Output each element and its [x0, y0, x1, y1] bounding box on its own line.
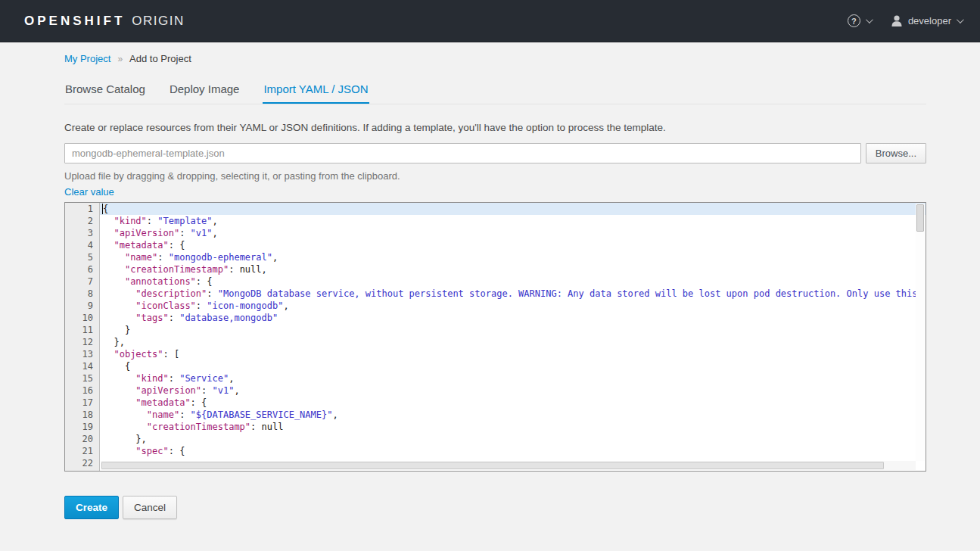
user-name: developer — [908, 15, 951, 26]
navbar-utilities: ? developer — [848, 14, 962, 27]
code-line-3[interactable]: "apiVersion": "v1", — [100, 227, 926, 239]
clear-value-link[interactable]: Clear value — [64, 186, 114, 198]
line-number: 13 — [65, 348, 99, 360]
editor-vertical-scrollbar[interactable] — [916, 204, 925, 461]
file-name-input[interactable] — [64, 143, 861, 163]
browse-button[interactable]: Browse... — [866, 143, 926, 163]
breadcrumb-separator: » — [117, 54, 123, 64]
code-line-19[interactable]: "creationTimestamp": null — [100, 421, 926, 433]
code-line-15[interactable]: "kind": "Service", — [100, 372, 926, 384]
line-number: 15 — [65, 372, 99, 384]
code-line-2[interactable]: "kind": "Template", — [100, 215, 926, 227]
horizontal-scrollbar-thumb[interactable] — [101, 462, 884, 469]
chevron-down-icon — [957, 16, 964, 23]
line-number: 2 — [65, 215, 99, 227]
line-number: 18 — [65, 409, 99, 421]
top-navbar: OPENSHIFT ORIGIN ? developer — [0, 0, 980, 42]
line-number: 9 — [65, 300, 99, 312]
line-number: 17 — [65, 397, 99, 409]
code-line-17[interactable]: "metadata": { — [100, 397, 926, 409]
code-line-14[interactable]: { — [100, 360, 926, 372]
chevron-down-icon — [866, 16, 873, 23]
line-number: 21 — [65, 445, 99, 457]
line-number: 22 — [65, 457, 99, 469]
vertical-scrollbar-thumb[interactable] — [916, 204, 924, 232]
code-line-11[interactable]: } — [100, 324, 926, 336]
line-number: 19 — [65, 421, 99, 433]
form-actions: Create Cancel — [64, 496, 926, 519]
tab-browse-catalog[interactable]: Browse Catalog — [64, 82, 146, 104]
line-number: 11 — [65, 324, 99, 336]
line-number: 14 — [65, 360, 99, 372]
line-number: 4 — [65, 239, 99, 251]
line-number: 20 — [65, 433, 99, 445]
tab-import-yaml-json[interactable]: Import YAML / JSON — [263, 82, 369, 104]
page-content: My Project » Add to Project Browse Catal… — [0, 53, 980, 519]
editor-lines: { "kind": "Template", "apiVersion": "v1"… — [100, 203, 926, 471]
breadcrumb: My Project » Add to Project — [64, 53, 926, 64]
upload-hint-text: Upload file by dragging & dropping, sele… — [64, 170, 926, 182]
openshift-logo[interactable]: OPENSHIFT ORIGIN — [24, 14, 185, 29]
code-line-7[interactable]: "annotations": { — [100, 276, 926, 288]
code-line-10[interactable]: "tags": "database,mongodb" — [100, 312, 926, 324]
editor-horizontal-scrollbar[interactable] — [101, 461, 916, 470]
user-menu[interactable]: developer — [891, 14, 962, 27]
line-number: 10 — [65, 312, 99, 324]
code-line-1[interactable]: { — [100, 203, 926, 215]
brand-secondary: ORIGIN — [132, 14, 184, 29]
intro-text: Create or replace resources from their Y… — [64, 122, 926, 133]
code-editor[interactable]: 12345678910111213141516171819202122 { "k… — [64, 202, 926, 472]
line-number: 8 — [65, 288, 99, 300]
text-cursor — [102, 204, 103, 214]
user-icon — [891, 14, 903, 27]
breadcrumb-project-link[interactable]: My Project — [64, 53, 110, 64]
code-line-16[interactable]: "apiVersion": "v1", — [100, 384, 926, 397]
file-upload-row: Browse... — [64, 143, 926, 163]
brand-primary: OPENSHIFT — [24, 14, 125, 29]
help-menu[interactable]: ? — [848, 14, 871, 27]
code-line-9[interactable]: "iconClass": "icon-mongodb", — [100, 300, 926, 312]
line-number: 16 — [65, 384, 99, 397]
create-button[interactable]: Create — [64, 496, 119, 519]
code-line-18[interactable]: "name": "${DATABASE_SERVICE_NAME}", — [100, 409, 926, 421]
code-line-12[interactable]: }, — [100, 336, 926, 348]
page-title: Add to Project — [129, 53, 191, 64]
tab-deploy-image[interactable]: Deploy Image — [169, 82, 241, 104]
line-number: 5 — [65, 251, 99, 263]
cancel-button[interactable]: Cancel — [123, 496, 177, 519]
code-line-20[interactable]: }, — [100, 433, 926, 445]
line-number: 3 — [65, 227, 99, 239]
code-line-4[interactable]: "metadata": { — [100, 239, 926, 251]
line-number: 1 — [65, 203, 99, 215]
code-line-13[interactable]: "objects": [ — [100, 348, 926, 360]
code-line-6[interactable]: "creationTimestamp": null, — [100, 263, 926, 276]
code-line-21[interactable]: "spec": { — [100, 445, 926, 457]
tab-bar: Browse CatalogDeploy ImageImport YAML / … — [64, 82, 926, 104]
editor-gutter: 12345678910111213141516171819202122 — [65, 203, 100, 471]
code-line-8[interactable]: "description": "MongoDB database service… — [100, 288, 926, 300]
line-number: 7 — [65, 276, 99, 288]
line-number: 6 — [65, 263, 99, 276]
line-number: 12 — [65, 336, 99, 348]
code-line-5[interactable]: "name": "mongodb-ephemeral", — [100, 251, 926, 263]
help-icon: ? — [848, 14, 860, 27]
